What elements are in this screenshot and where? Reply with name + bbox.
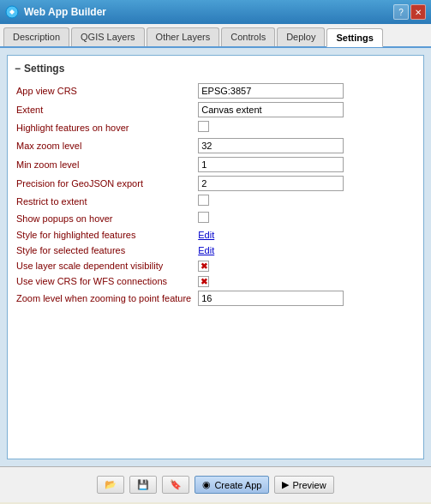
setting-label-view-crs-wfs: Use view CRS for WFS connections [15,273,196,289]
setting-row-view-crs-wfs: Use view CRS for WFS connections✖ [15,273,416,289]
help-button[interactable]: ? [393,4,409,20]
setting-value-view-crs-wfs: ✖ [196,273,416,289]
create-app-button[interactable]: ◉ Create App [195,476,269,494]
checkbox-show-popups[interactable] [198,212,209,223]
setting-row-restrict-extent: Restrict to extent [15,193,416,210]
setting-row-min-zoom: Min zoom level [15,155,416,174]
create-label: Create App [214,480,261,490]
app-title: Web App Builder [24,6,393,18]
setting-label-style-highlighted: Style for highlighted features [15,227,196,243]
setting-row-extent: Extent [15,100,416,119]
setting-value-style-highlighted[interactable]: Edit [196,227,416,243]
panel-title: − Settings [15,63,416,75]
bookmark-icon: 🔖 [170,479,182,490]
save-button[interactable]: 💾 [129,476,157,494]
input-app-view-crs[interactable] [198,83,344,99]
tab-other-layers[interactable]: Other Layers [147,27,220,46]
tab-controls[interactable]: Controls [221,27,275,46]
tab-qgis-layers[interactable]: QGIS Layers [71,27,145,46]
settings-table: App view CRSExtentHighlight features on … [15,81,416,308]
setting-row-zoom-level-point: Zoom level when zooming to point feature [15,289,416,308]
setting-row-precision-geojson: Precision for GeoJSON export [15,174,416,193]
open-button[interactable]: 📂 [97,476,124,494]
setting-value-app-view-crs [196,81,416,100]
panel-title-label: Settings [24,63,64,75]
setting-label-restrict-extent: Restrict to extent [15,193,196,210]
setting-value-extent [196,100,416,119]
setting-value-show-popups [196,210,416,227]
checkbox-layer-scale-visibility[interactable]: ✖ [198,261,209,272]
settings-panel: − Settings App view CRSExtentHighlight f… [7,55,424,459]
setting-label-extent: Extent [15,100,196,119]
create-icon: ◉ [202,479,211,490]
tab-deploy[interactable]: Deploy [277,27,325,46]
setting-value-zoom-level-point [196,289,416,308]
setting-value-min-zoom [196,155,416,174]
setting-label-app-view-crs: App view CRS [15,81,196,100]
setting-row-show-popups: Show popups on hover [15,210,416,227]
setting-value-max-zoom [196,136,416,155]
setting-value-layer-scale-visibility: ✖ [196,258,416,273]
input-precision-geojson[interactable] [198,176,344,191]
input-extent[interactable] [198,102,344,117]
link-style-highlighted[interactable]: Edit [198,230,214,240]
setting-label-precision-geojson: Precision for GeoJSON export [15,174,196,193]
input-min-zoom[interactable] [198,157,344,172]
setting-row-app-view-crs: App view CRS [15,81,416,100]
panel-collapse-icon[interactable]: − [15,63,21,75]
app-icon [5,5,19,19]
window-controls: ? ✕ [393,4,426,20]
setting-value-precision-geojson [196,174,416,193]
setting-label-max-zoom: Max zoom level [15,136,196,155]
folder-icon: 📂 [105,479,117,490]
main-content: − Settings App view CRSExtentHighlight f… [0,48,431,466]
preview-label: Preview [292,480,326,490]
checkbox-view-crs-wfs[interactable]: ✖ [198,276,209,287]
setting-label-style-selected: Style for selected features [15,243,196,258]
setting-row-highlight-features: Highlight features on hover [15,119,416,136]
setting-label-zoom-level-point: Zoom level when zooming to point feature [15,289,196,308]
setting-label-highlight-features: Highlight features on hover [15,119,196,136]
tab-description[interactable]: Description [3,27,69,46]
checkbox-restrict-extent[interactable] [198,195,209,206]
tab-bar: DescriptionQGIS LayersOther LayersContro… [0,24,431,48]
preview-button[interactable]: ▶ Preview [274,476,333,494]
setting-label-layer-scale-visibility: Use layer scale dependent visibility [15,258,196,273]
checkbox-highlight-features[interactable] [198,121,209,132]
close-button[interactable]: ✕ [410,4,426,20]
input-max-zoom[interactable] [198,138,344,153]
setting-value-restrict-extent [196,193,416,210]
footer: 📂 💾 🔖 ◉ Create App ▶ Preview [0,466,431,502]
setting-value-highlight-features [196,119,416,136]
tab-settings[interactable]: Settings [326,28,382,47]
setting-row-layer-scale-visibility: Use layer scale dependent visibility✖ [15,258,416,273]
preview-icon: ▶ [282,479,289,490]
setting-label-show-popups: Show popups on hover [15,210,196,227]
save-icon: 💾 [137,479,149,490]
setting-label-min-zoom: Min zoom level [15,155,196,174]
setting-row-style-selected: Style for selected featuresEdit [15,243,416,258]
input-zoom-level-point[interactable] [198,291,344,306]
link-style-selected[interactable]: Edit [198,245,214,255]
setting-row-max-zoom: Max zoom level [15,136,416,155]
bookmark-button[interactable]: 🔖 [162,476,189,494]
title-bar: Web App Builder ? ✕ [0,0,431,24]
setting-row-style-highlighted: Style for highlighted featuresEdit [15,227,416,243]
setting-value-style-selected[interactable]: Edit [196,243,416,258]
